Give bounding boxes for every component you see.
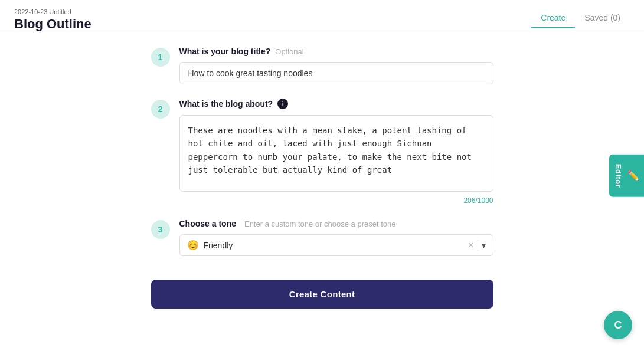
tone-clear-button[interactable]: × — [468, 241, 473, 250]
blog-about-textarea[interactable] — [179, 115, 493, 192]
info-icon[interactable]: i — [277, 99, 288, 109]
tab-create[interactable]: Create — [531, 8, 575, 28]
step-3-title: Choose a tone — [179, 219, 236, 228]
tone-value: Friendly — [204, 241, 469, 250]
tone-emoji: 😊 — [187, 240, 199, 251]
step-1: 1 What is your blog title? Optional — [151, 47, 493, 84]
tone-controls: × ▾ — [468, 240, 485, 251]
header: 2022-10-23 Untitled Blog Outline Create … — [0, 0, 644, 32]
step-3-content: Choose a tone Enter a custom tone or cho… — [179, 219, 493, 256]
app-title: Blog Outline — [14, 17, 91, 32]
tone-chevron-icon[interactable]: ▾ — [482, 241, 486, 250]
step-3-header: Choose a tone Enter a custom tone or cho… — [179, 219, 493, 228]
tab-saved[interactable]: Saved (0) — [575, 8, 630, 28]
step-2-header: What is the blog about? i — [179, 99, 493, 109]
step-1-title: What is your blog title? — [179, 47, 271, 56]
create-content-button[interactable]: Create Content — [151, 280, 493, 309]
header-left: 2022-10-23 Untitled Blog Outline — [14, 8, 91, 32]
char-count: 206/1000 — [179, 196, 493, 205]
step-1-header: What is your blog title? Optional — [179, 47, 493, 56]
step-1-content: What is your blog title? Optional — [179, 47, 493, 84]
tone-select[interactable]: 😊 Friendly × ▾ — [179, 234, 493, 256]
chat-bubble[interactable]: C — [604, 311, 632, 339]
blog-about-wrapper: 206/1000 — [179, 115, 493, 205]
header-nav: Create Saved (0) — [531, 8, 630, 31]
step-1-optional: Optional — [275, 47, 303, 56]
editor-tab-icon: ✏️ — [627, 170, 640, 181]
step-2-number: 2 — [151, 100, 170, 119]
main-content: 1 What is your blog title? Optional 2 Wh… — [0, 32, 644, 342]
form-container: 1 What is your blog title? Optional 2 Wh… — [151, 47, 493, 309]
tone-divider — [478, 240, 478, 251]
step-2-title: What is the blog about? — [179, 99, 273, 109]
blog-title-input[interactable] — [179, 62, 493, 84]
step-3: 3 Choose a tone Enter a custom tone or c… — [151, 219, 493, 256]
step-1-number: 1 — [151, 48, 170, 67]
tone-placeholder: Enter a custom tone or choose a preset t… — [244, 219, 396, 228]
step-2-content: What is the blog about? i 206/1000 — [179, 99, 493, 205]
step-2: 2 What is the blog about? i 206/1000 — [151, 99, 493, 205]
app-label: 2022-10-23 Untitled — [14, 8, 91, 15]
editor-tab-label: Editor — [614, 163, 623, 188]
editor-tab[interactable]: ✏️ Editor — [609, 154, 645, 197]
step-3-number: 3 — [151, 220, 170, 239]
